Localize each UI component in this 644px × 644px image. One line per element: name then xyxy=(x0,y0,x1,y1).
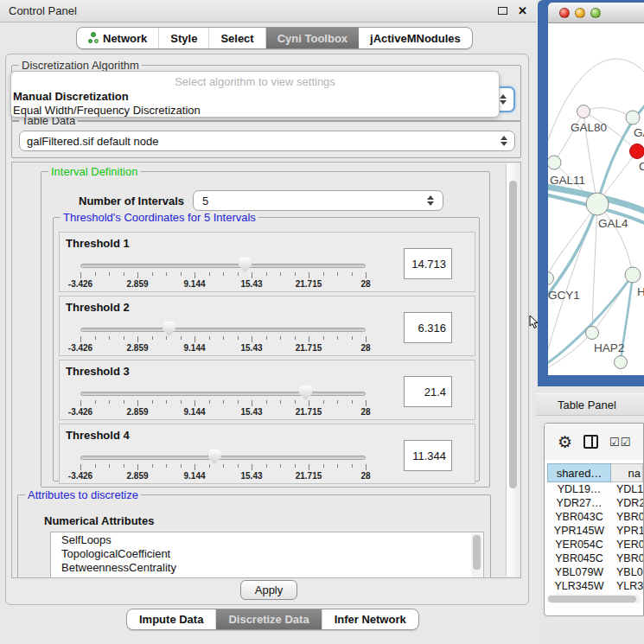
threshold-slider[interactable]: -3.4262.8599.14415.4321.71528 xyxy=(80,258,366,288)
apply-button[interactable]: Apply xyxy=(240,580,297,600)
network-node[interactable] xyxy=(615,356,628,369)
scale-label: 28 xyxy=(360,343,370,353)
close-icon[interactable]: ✕ xyxy=(518,5,527,16)
slider-thumb[interactable] xyxy=(239,258,252,272)
slider-track[interactable] xyxy=(80,264,366,268)
tab-network[interactable]: Network xyxy=(77,28,159,48)
threshold-slider[interactable]: -3.4262.8599.14415.4321.71528 xyxy=(80,322,366,352)
zoom-traffic-light-icon[interactable] xyxy=(590,8,601,18)
cell-name[interactable]: YBL0 xyxy=(611,565,643,579)
network-edge[interactable] xyxy=(548,333,592,370)
cell-name[interactable]: YBR0 xyxy=(611,510,643,524)
split-columns-icon[interactable] xyxy=(583,435,598,449)
numerical-attributes-label: Numerical Attributes xyxy=(44,514,154,527)
network-edge[interactable] xyxy=(548,204,597,278)
table-row[interactable]: YDL19…YDL1 xyxy=(547,482,643,496)
network-node-c[interactable] xyxy=(630,144,644,159)
table-row[interactable]: YDR27…YDR2 xyxy=(547,496,643,510)
table-data-combobox[interactable]: galFiltered.sif default node xyxy=(19,131,515,151)
network-view-window[interactable]: GAL80GALCGAL11GAL4GCY1HHAP2 xyxy=(538,0,644,386)
slider-track[interactable] xyxy=(80,456,366,460)
table-row[interactable]: YPR145WYPR1 xyxy=(547,524,643,538)
tab-discretize-data[interactable]: Discretize Data xyxy=(216,609,322,629)
table-row[interactable]: YER054CYER0 xyxy=(547,538,643,552)
network-edge-highlighted[interactable] xyxy=(548,204,597,302)
scale-label: 28 xyxy=(360,471,370,481)
cell-shared-name[interactable]: YER054C xyxy=(547,538,611,552)
cell-name[interactable]: YPR1 xyxy=(611,524,643,538)
tab-select[interactable]: Select xyxy=(209,28,265,48)
network-edge[interactable] xyxy=(554,112,583,163)
network-edge[interactable] xyxy=(548,59,644,153)
dropdown-placeholder-option[interactable]: Select algorithm to view settings xyxy=(11,74,499,90)
settings-scrollbar-thumb[interactable] xyxy=(509,181,517,488)
settings-scrollbar[interactable] xyxy=(506,163,520,577)
network-edge[interactable] xyxy=(592,204,597,333)
gear-icon[interactable]: ⚙ xyxy=(558,434,572,450)
cell-shared-name[interactable]: YBR043C xyxy=(547,510,611,524)
table-row[interactable]: YBR045CYBR0 xyxy=(547,552,643,565)
float-window-icon[interactable] xyxy=(498,7,507,15)
tab-style[interactable]: Style xyxy=(159,28,209,48)
cell-name[interactable]: YBR0 xyxy=(611,552,643,565)
threshold-value-field[interactable]: 6.316 xyxy=(404,312,452,343)
column-header-shared-name[interactable]: shared… xyxy=(547,463,611,482)
table-row[interactable]: YLR345WYLR3 xyxy=(547,579,643,593)
network-node-h[interactable] xyxy=(625,267,641,283)
select-columns-icon[interactable]: ☑☑ xyxy=(609,436,631,449)
network-node-gal[interactable] xyxy=(626,111,640,124)
network-node-label: HAP2 xyxy=(594,341,624,354)
cell-name[interactable]: YDL1 xyxy=(611,482,643,496)
table-hscrollbar[interactable] xyxy=(547,595,641,603)
cell-name[interactable]: YDR2 xyxy=(611,496,643,510)
cell-shared-name[interactable]: YDL19… xyxy=(547,482,611,496)
attributes-scrollbar[interactable] xyxy=(471,533,482,578)
cell-shared-name[interactable]: YLR345W xyxy=(547,579,611,593)
threshold-value-field[interactable]: 21.4 xyxy=(404,376,452,407)
cell-shared-name[interactable]: YPR145W xyxy=(547,524,611,538)
attribute-list-item[interactable]: SelfLoops xyxy=(51,532,483,546)
network-node-gal11[interactable] xyxy=(548,156,561,169)
table-row[interactable]: YBL079WYBL0 xyxy=(547,565,643,579)
table-row[interactable]: YBR043CYBR0 xyxy=(547,510,643,524)
threshold-slider[interactable]: -3.4262.8599.14415.4321.71528 xyxy=(80,450,366,480)
threshold-value-field[interactable]: 11.344 xyxy=(404,440,452,471)
tick-mark xyxy=(80,400,81,406)
threshold-value-field[interactable]: 14.713 xyxy=(404,248,452,279)
slider-thumb[interactable] xyxy=(299,386,312,400)
tab-cyni-toolbox[interactable]: Cyni Toolbox xyxy=(266,28,359,48)
dropdown-option-equal-width[interactable]: Equal Width/Frequency Discretization xyxy=(11,104,499,118)
cell-shared-name[interactable]: YBL079W xyxy=(547,565,611,579)
num-intervals-spinner[interactable]: 5 xyxy=(193,190,443,211)
minimize-traffic-light-icon[interactable] xyxy=(575,8,585,18)
slider-track[interactable] xyxy=(80,392,366,396)
cell-name[interactable]: YER0 xyxy=(611,538,643,552)
cell-name[interactable]: YLR3 xyxy=(611,579,643,593)
cell-shared-name[interactable]: YBR045C xyxy=(547,552,611,565)
dropdown-option-manual-discretization[interactable]: Manual Discretization xyxy=(11,90,499,104)
slider-track[interactable] xyxy=(80,328,366,332)
network-node-gal4[interactable] xyxy=(586,193,609,215)
slider-thumb[interactable] xyxy=(208,450,221,464)
network-canvas[interactable]: GAL80GALCGAL11GAL4GCY1HHAP2 xyxy=(548,23,644,375)
numerical-attributes-list[interactable]: SelfLoopsTopologicalCoefficientBetweenne… xyxy=(50,532,484,578)
network-node-gcy1[interactable] xyxy=(548,272,554,285)
network-node-hap2[interactable] xyxy=(586,327,599,340)
attribute-list-item[interactable]: TopologicalCoefficient xyxy=(51,546,483,560)
table-rows: YDL19…YDL1YDR27…YDR2YBR043CYBR0YPR145WYP… xyxy=(547,482,643,595)
tab-infer-network[interactable]: Infer Network xyxy=(322,609,418,629)
table-hscrollbar-thumb[interactable] xyxy=(548,596,636,603)
attribute-list-item[interactable]: BetweennessCentrality xyxy=(51,560,483,574)
column-header-name[interactable]: na xyxy=(611,463,643,482)
tab-jactivemnodules[interactable]: jActiveMNodules xyxy=(359,28,472,48)
close-traffic-light-icon[interactable] xyxy=(559,8,570,18)
tick-mark xyxy=(109,400,110,404)
attributes-scrollbar-thumb[interactable] xyxy=(473,535,481,570)
threshold-slider[interactable]: -3.4262.8599.14415.4321.71528 xyxy=(80,386,366,416)
network-node-gal80[interactable] xyxy=(577,105,590,118)
cell-shared-name[interactable]: YDR27… xyxy=(547,496,611,510)
slider-thumb[interactable] xyxy=(163,322,175,336)
algorithm-dropdown-popup: Select algorithm to view settings Manual… xyxy=(10,71,500,118)
tick-mark xyxy=(238,464,239,468)
tab-impute-data[interactable]: Impute Data xyxy=(127,609,216,629)
